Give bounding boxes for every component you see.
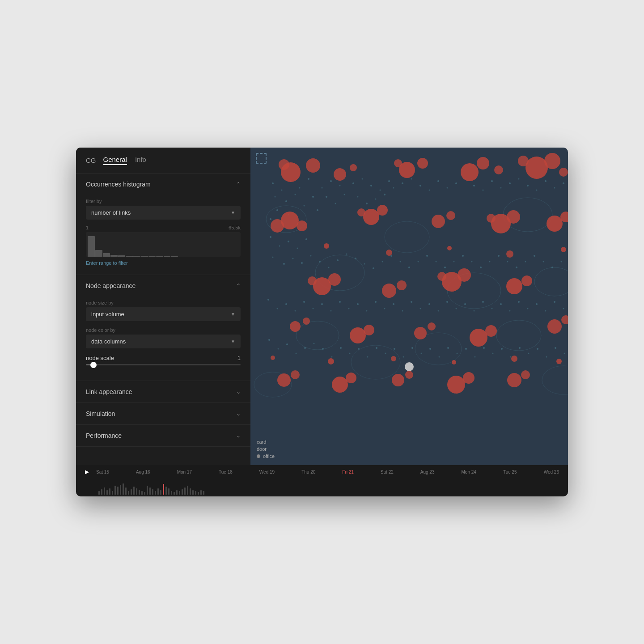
svg-point-18 — [317, 209, 318, 211]
svg-point-64 — [364, 263, 365, 265]
svg-point-14 — [330, 180, 332, 182]
svg-point-26 — [366, 203, 368, 204]
svg-point-86 — [561, 261, 562, 263]
section-node-appearance-title: Node appearance — [86, 282, 136, 289]
svg-point-187 — [357, 208, 365, 216]
svg-point-204 — [521, 275, 532, 286]
svg-point-62 — [346, 254, 347, 255]
svg-point-193 — [547, 216, 563, 232]
node-size-label: node size by — [86, 300, 241, 305]
node-size-dropdown[interactable]: input volume ▼ — [86, 307, 241, 321]
svg-point-126 — [314, 343, 315, 344]
svg-point-222 — [463, 372, 475, 384]
svg-point-175 — [461, 163, 479, 181]
filter-dropdown[interactable]: number of links ▼ — [86, 206, 241, 220]
svg-point-8 — [276, 209, 278, 211]
svg-point-65 — [373, 267, 374, 269]
slider-thumb[interactable] — [90, 362, 97, 368]
section-link-appearance-header[interactable]: Link appearance ⌄ — [76, 381, 250, 402]
svg-point-133 — [376, 347, 377, 349]
svg-point-121 — [268, 339, 270, 341]
tbar — [147, 486, 148, 495]
svg-point-101 — [393, 303, 394, 305]
svg-point-38 — [473, 185, 475, 186]
hist-bar — [148, 256, 156, 257]
selection-tool-icon[interactable] — [256, 153, 267, 164]
filter-group: filter by number of links ▼ — [86, 199, 241, 220]
svg-point-4 — [308, 178, 309, 180]
legend: card door office — [257, 439, 275, 459]
svg-point-39 — [483, 190, 484, 191]
slider-row: node scale 1 — [86, 355, 241, 361]
tbar — [131, 489, 132, 495]
svg-point-60 — [328, 267, 330, 268]
node-scale-value: 1 — [237, 355, 241, 361]
section-node-appearance-header[interactable]: Node appearance ⌃ — [76, 275, 250, 297]
legend-label-door: door — [257, 446, 267, 452]
node-color-value: data columns — [91, 338, 126, 345]
tab-info[interactable]: Info — [135, 156, 146, 165]
svg-point-79 — [498, 255, 500, 257]
svg-point-135 — [394, 348, 395, 350]
node-color-arrow-icon: ▼ — [231, 339, 235, 344]
svg-point-185 — [363, 209, 379, 225]
svg-point-113 — [500, 303, 502, 305]
svg-point-206 — [561, 315, 568, 324]
node-scale-label: node scale — [86, 355, 114, 361]
hist-bar — [232, 257, 239, 257]
play-button[interactable]: ▶ — [85, 469, 89, 475]
histogram-range-link[interactable]: Enter range to filter — [86, 260, 241, 266]
node-scale-slider-track[interactable] — [86, 364, 241, 365]
svg-point-208 — [303, 318, 310, 325]
section-performance-title: Performance — [86, 432, 122, 439]
svg-point-229 — [561, 247, 566, 252]
svg-point-49 — [270, 236, 271, 238]
occurrences-chevron-icon: ⌃ — [236, 181, 241, 187]
svg-point-153 — [555, 347, 556, 349]
svg-point-30 — [402, 182, 403, 184]
svg-point-97 — [357, 303, 359, 305]
svg-point-25 — [357, 196, 359, 198]
node-size-value: input volume — [91, 311, 124, 318]
svg-point-166 — [542, 366, 568, 394]
svg-point-160 — [296, 321, 339, 350]
date-thu20: Thu 20 — [301, 470, 315, 475]
legend-dot-office — [257, 454, 260, 458]
svg-point-104 — [420, 308, 421, 309]
svg-point-107 — [446, 301, 448, 303]
svg-point-75 — [462, 255, 464, 257]
svg-point-189 — [446, 211, 455, 220]
node-color-group: node color by data columns ▼ — [86, 327, 241, 348]
svg-point-5 — [275, 196, 276, 198]
section-simulation-header[interactable]: Simulation ⌄ — [76, 403, 250, 424]
svg-point-163 — [351, 345, 400, 379]
section-occurrences-header[interactable]: Occurrences histogram ⌃ — [76, 174, 250, 195]
svg-point-198 — [382, 284, 396, 298]
svg-point-57 — [301, 262, 303, 264]
svg-point-108 — [456, 308, 457, 309]
svg-point-32 — [419, 185, 421, 186]
svg-point-164 — [534, 267, 568, 296]
canvas-bg[interactable]: card door office — [250, 148, 568, 465]
section-performance-header[interactable]: Performance ⌄ — [76, 425, 250, 446]
svg-point-147 — [501, 348, 503, 350]
svg-point-12 — [312, 196, 314, 198]
node-appearance-chevron-icon: ⌃ — [236, 283, 241, 289]
svg-point-95 — [339, 301, 341, 303]
histogram-range: 1 65.5k — [86, 225, 241, 230]
simulation-chevron-icon: ⌄ — [236, 411, 241, 417]
svg-point-17 — [335, 203, 336, 204]
node-color-dropdown[interactable]: data columns ▼ — [86, 335, 241, 348]
svg-point-106 — [438, 310, 439, 312]
network-visualization — [250, 148, 568, 456]
svg-point-157 — [385, 221, 429, 253]
tbar — [104, 487, 105, 495]
tab-general[interactable]: General — [103, 156, 127, 165]
date-sat15: Sat 15 — [96, 470, 109, 475]
svg-point-149 — [519, 347, 521, 349]
header: CG General Info — [76, 148, 250, 174]
svg-point-99 — [375, 301, 377, 303]
svg-point-181 — [559, 168, 568, 177]
date-aug16: Aug 16 — [136, 470, 150, 475]
date-mon24: Mon 24 — [462, 470, 476, 475]
